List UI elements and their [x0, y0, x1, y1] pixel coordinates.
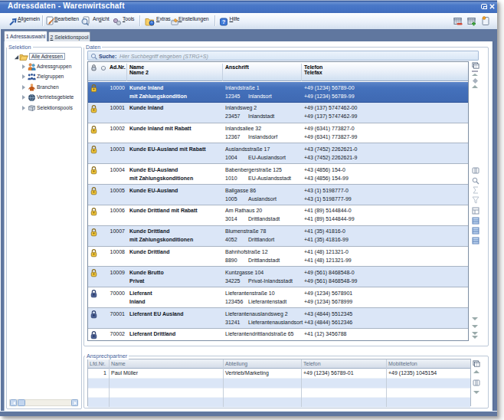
svg-text:?: ? [222, 18, 226, 25]
